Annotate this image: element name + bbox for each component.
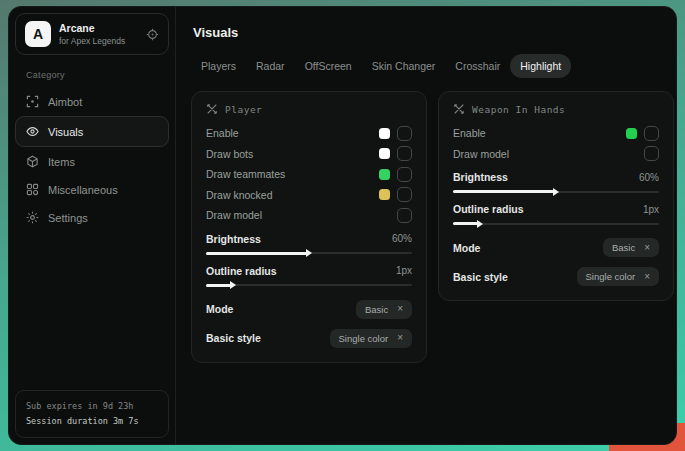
desktop-background: A Arcane for Apex Legends Category <box>0 0 685 451</box>
toggle-label: Enable <box>206 127 379 139</box>
sidebar-item-visuals[interactable]: Visuals <box>15 116 169 147</box>
mode-row: Mode Basic × <box>453 238 659 257</box>
slider-label: Outline radius <box>206 265 277 277</box>
panel-title: Weapon In Hands <box>472 104 565 115</box>
tab-highlight[interactable]: Highlight <box>510 54 571 78</box>
tag-value: Single color <box>339 333 389 344</box>
tab-offscreen[interactable]: OffScreen <box>295 54 362 78</box>
toggle-row: Draw bots <box>206 144 412 165</box>
tag-row-label: Basic style <box>206 332 261 344</box>
mode-tag[interactable]: Basic × <box>356 300 412 319</box>
aimbot-icon <box>26 95 39 108</box>
sub-expires-text: Sub expires in 9d 23h <box>26 399 158 414</box>
slider-label: Outline radius <box>453 203 524 215</box>
toggle-label: Draw model <box>206 209 397 221</box>
slider-fill[interactable] <box>206 284 231 287</box>
sidebar-item-label: Miscellaneous <box>48 184 118 196</box>
sidebar: A Arcane for Apex Legends Category <box>9 7 176 444</box>
slider-value: 60% <box>639 172 659 183</box>
slider-track[interactable] <box>453 219 659 228</box>
close-icon[interactable]: × <box>644 272 650 282</box>
checkbox[interactable] <box>397 187 412 202</box>
slider-value: 60% <box>392 233 412 244</box>
basic-style-tag[interactable]: Single color × <box>330 329 412 348</box>
close-icon[interactable]: × <box>397 304 403 314</box>
app-title: Arcane <box>59 22 125 34</box>
slider-value: 1px <box>643 204 659 215</box>
logo-text: Arcane for Apex Legends <box>59 22 125 46</box>
tab-skin-changer[interactable]: Skin Changer <box>362 54 446 78</box>
app-subtitle: for Apex Legends <box>59 36 125 46</box>
basic-style-row: Basic style Single color × <box>453 267 659 286</box>
tag-row-label: Basic style <box>453 271 508 283</box>
tab-radar[interactable]: Radar <box>246 54 295 78</box>
tab-crosshair[interactable]: Crosshair <box>445 54 510 78</box>
player-panel: Player Enable Draw bots Draw teammates <box>191 91 427 363</box>
app-window: A Arcane for Apex Legends Category <box>8 6 677 445</box>
color-swatch[interactable] <box>626 128 637 139</box>
sidebar-item-miscellaneous[interactable]: Miscellaneous <box>15 176 169 203</box>
toggle-row: Enable <box>453 123 659 144</box>
sidebar-item-label: Settings <box>48 212 88 224</box>
slider-brightness: Brightness 60% <box>453 171 659 196</box>
slider-label: Brightness <box>453 171 508 183</box>
tag-row-label: Mode <box>206 303 233 315</box>
tag-value: Basic <box>365 304 388 315</box>
settings-icon <box>26 211 39 224</box>
sidebar-item-settings[interactable]: Settings <box>15 204 169 231</box>
slider-label: Brightness <box>206 233 261 245</box>
session-duration-text: Session duration 3m 7s <box>26 414 158 429</box>
weapon-in-hands-panel: Weapon In Hands Enable Draw model <box>438 91 674 301</box>
basic-style-row: Basic style Single color × <box>206 329 412 348</box>
tools-icon <box>206 103 218 115</box>
slider-fill[interactable] <box>206 252 307 255</box>
main-content: Visuals Players Radar OffScreen Skin Cha… <box>176 7 677 444</box>
player-panel-header: Player <box>206 103 412 115</box>
panel-title: Player <box>225 104 262 115</box>
tag-value: Basic <box>612 242 635 253</box>
close-icon[interactable]: × <box>644 243 650 253</box>
subscription-info: Sub expires in 9d 23h Session duration 3… <box>15 390 169 438</box>
slider-fill[interactable] <box>453 222 478 225</box>
crosshair-icon[interactable] <box>146 28 159 41</box>
checkbox[interactable] <box>644 146 659 161</box>
tag-value: Single color <box>586 271 636 282</box>
slider-outline-radius: Outline radius 1px <box>206 265 412 290</box>
toggle-row: Draw model <box>206 205 412 226</box>
logo-card: A Arcane for Apex Legends <box>15 13 169 55</box>
toggle-row: Draw model <box>453 144 659 165</box>
tab-players[interactable]: Players <box>191 54 246 78</box>
slider-fill[interactable] <box>453 190 554 193</box>
checkbox[interactable] <box>397 167 412 182</box>
category-label: Category <box>26 70 169 80</box>
slider-track[interactable] <box>453 187 659 196</box>
sidebar-item-items[interactable]: Items <box>15 148 169 175</box>
checkbox[interactable] <box>644 126 659 141</box>
sidebar-nav: Aimbot Visuals <box>15 88 169 232</box>
color-swatch[interactable] <box>379 148 390 159</box>
close-icon[interactable]: × <box>397 333 403 343</box>
toggle-label: Draw teammates <box>206 168 379 180</box>
toggle-label: Draw bots <box>206 148 379 160</box>
checkbox[interactable] <box>397 146 412 161</box>
tab-bar: Players Radar OffScreen Skin Changer Cro… <box>191 54 674 78</box>
color-swatch[interactable] <box>379 169 390 180</box>
tools-icon <box>453 103 465 115</box>
toggle-row: Draw teammates <box>206 164 412 185</box>
slider-value: 1px <box>396 265 412 276</box>
slider-track[interactable] <box>206 281 412 290</box>
color-swatch[interactable] <box>379 128 390 139</box>
toggle-label: Enable <box>453 127 626 139</box>
toggle-row: Enable <box>206 123 412 144</box>
app-logo: A <box>25 21 51 47</box>
mode-tag[interactable]: Basic × <box>603 238 659 257</box>
checkbox[interactable] <box>397 208 412 223</box>
checkbox[interactable] <box>397 126 412 141</box>
sidebar-item-aimbot[interactable]: Aimbot <box>15 88 169 115</box>
miscellaneous-icon <box>26 183 39 196</box>
color-swatch[interactable] <box>379 189 390 200</box>
items-icon <box>26 155 39 168</box>
basic-style-tag[interactable]: Single color × <box>577 267 659 286</box>
slider-track[interactable] <box>206 249 412 258</box>
toggle-label: Draw knocked <box>206 189 379 201</box>
